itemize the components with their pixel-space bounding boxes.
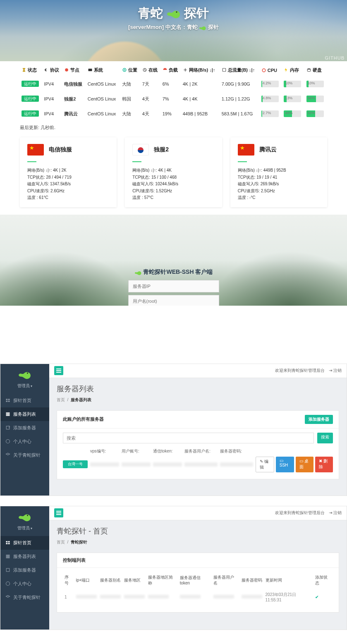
blurred-value (124, 595, 145, 599)
card-cpu: CPU速度/S: 2.5GHz (238, 188, 320, 195)
disk-bar: 10% (306, 81, 324, 87)
hero-banner: 青蛇 探针 [serverMmon] 中文名：青蛇 探针 GITHUB (0, 0, 347, 61)
blurred-value (184, 462, 218, 467)
flag-icon (132, 144, 149, 156)
svg-rect-30 (6, 568, 10, 572)
toggle-sidebar-button[interactable] (54, 366, 63, 375)
card-title: 腾讯云 (259, 146, 277, 153)
nav-profile[interactable]: 个人中心 (0, 577, 49, 591)
svg-rect-27 (6, 555, 10, 555)
menu-icon (56, 511, 61, 515)
cpu-bar: 4.8% (261, 96, 279, 102)
ssh-button[interactable]: ▭ SSH (276, 457, 294, 472)
sidebar-user-menu[interactable]: 管理员 (0, 525, 49, 536)
desktop-button[interactable]: ▭ 桌面 (296, 457, 314, 472)
status-badge: 运行中 (22, 96, 39, 102)
page-title: 服务器列表 (57, 384, 339, 394)
blurred-value (153, 462, 182, 467)
sidebar: 管理员 探针首页 服务器列表 添加服务器 个人中心 关于青蛇探针 (0, 506, 49, 630)
svg-point-9 (27, 372, 28, 373)
blurred-value (90, 462, 119, 467)
svg-rect-15 (6, 414, 10, 414)
controllers-table: 序号 ip+端口 服务器别名 服务地区 服务器地区简称 服务器通信token 服… (63, 572, 333, 606)
snake-icon (199, 25, 206, 31)
svg-rect-6 (223, 68, 226, 72)
nav-servers[interactable]: 服务器列表 (0, 550, 49, 563)
blurred-value (213, 595, 234, 599)
delete-button[interactable]: ✖ 删除 (315, 457, 333, 472)
sidebar-logo (0, 506, 49, 525)
servers-table: 状态 协议 节点 系统 位置 在线 负载 网络(B/s) ↓|↑ 总流量(B) … (20, 64, 327, 121)
svg-rect-10 (6, 399, 8, 400)
card-cpu: CPU速度/S: 2.6GHz (27, 188, 109, 195)
blurred-value (148, 595, 169, 599)
last-update-text: 最后更新: 几秒前. (0, 121, 347, 137)
svg-point-7 (262, 69, 266, 72)
card-temp: 温度 : 61°C (27, 194, 109, 201)
svg-point-18 (6, 440, 10, 443)
svg-rect-26 (8, 543, 10, 544)
welcome-text: 欢迎来到青蛇探针管理后台 (275, 510, 325, 516)
card-disk: 磁盘写入/S: 269.9kB/s (238, 181, 320, 188)
blurred-value (76, 595, 97, 599)
topbar: 欢迎来到青蛇探针管理后台 ⇥ 注销 (49, 364, 347, 378)
edit-button[interactable]: ✎ 编辑 (256, 457, 274, 472)
topbar: 欢迎来到青蛇探针管理后台 ⇥ 注销 (49, 506, 347, 520)
svg-rect-16 (6, 415, 10, 416)
ssh-ip-input[interactable] (128, 280, 219, 292)
svg-rect-28 (6, 556, 10, 557)
toggle-sidebar-button[interactable] (54, 508, 63, 517)
server-card[interactable]: 腾讯云网络(B/s) ↓|↑: 449B | 952BTCP状态: 19 / 1… (230, 137, 327, 207)
blurred-value (220, 462, 253, 467)
nav-add-server[interactable]: 添加服务器 (0, 421, 49, 435)
server-card[interactable]: 电信独服网络(B/s) ↓|↑: 4K | 2KTCP状态: 28 / 494 … (20, 137, 117, 207)
updated-cell: 2023年03月21日 11:55:31 (264, 589, 314, 606)
sidebar-logo (0, 364, 49, 383)
sidebar-user-menu[interactable]: 管理员 (0, 383, 49, 394)
svg-rect-2 (88, 69, 92, 71)
logout-link[interactable]: ⇥ 注销 (329, 368, 342, 373)
server-card[interactable]: 独服2网络(B/s) ↓|↑: 4K | 4KTCP状态: 15 / 100 /… (125, 137, 222, 207)
breadcrumb: 首页 / 服务器列表 (57, 397, 339, 403)
table-row[interactable]: 运行中IPV4电信独服CentOS Linux大陆7天6%4K | 2K7.00… (20, 77, 327, 91)
github-link[interactable]: GITHUB (325, 55, 345, 60)
svg-point-8 (307, 68, 311, 69)
search-button[interactable]: 搜索 (317, 433, 333, 443)
disk-bar: 52% (306, 110, 324, 117)
card-tcp: TCP状态: 19 / 19 / 41 (238, 174, 320, 181)
svg-rect-25 (6, 543, 8, 544)
card-cpu: CPU速度/S: 1.52GHz (132, 188, 214, 195)
status-badge: 运行中 (22, 81, 39, 87)
app-title: 青蛇 探针 (0, 0, 347, 22)
flag-icon (27, 144, 44, 156)
card-net: 网络(B/s) ↓|↑: 449B | 952B (238, 167, 320, 174)
nav-about[interactable]: 关于青蛇探针 (0, 591, 49, 604)
nav-home[interactable]: 探针首页 (0, 536, 49, 550)
page-title: 青蛇探针 - 首页 (57, 526, 339, 536)
add-server-button[interactable]: 添加服务器 (305, 415, 333, 424)
table-row: 1 2023年03月21日 11:55:31 ✔ (63, 589, 333, 606)
nav-home[interactable]: 探针首页 (0, 394, 49, 407)
nav-profile[interactable]: 个人中心 (0, 435, 49, 448)
logout-link[interactable]: ⇥ 注销 (329, 510, 342, 516)
svg-rect-29 (6, 557, 10, 558)
status-badge: 运行中 (22, 110, 39, 117)
server-list-header: vps编号: 用户账号: 通信token: 服务器用户名: 服务器密码: (63, 448, 333, 454)
cpu-bar: 2.7% (261, 110, 279, 117)
svg-rect-20 (56, 370, 61, 371)
card-net: 网络(B/s) ↓|↑: 4K | 4K (132, 167, 214, 174)
panel-title: 此账户的所有服务器 (63, 416, 104, 422)
svg-point-22 (27, 515, 28, 516)
menu-icon (56, 369, 61, 373)
snake-icon (134, 270, 142, 275)
nav-servers[interactable]: 服务器列表 (0, 407, 49, 421)
table-row[interactable]: 运行中IPV4腾讯云CentOS Linux大陆4天19%449B | 952B… (20, 106, 327, 121)
search-input[interactable] (63, 433, 314, 443)
snake-icon (18, 511, 32, 522)
nav-about[interactable]: 关于青蛇探针 (0, 448, 49, 462)
ssh-user-input[interactable] (128, 295, 219, 306)
card-disk: 磁盘写入/S: 1347.5kB/s (27, 181, 109, 188)
nav-add-server[interactable]: 添加服务器 (0, 563, 49, 577)
table-row[interactable]: 运行中IPV4独服2CentOS Linux韩国4天7%4K | 4K1.12G… (20, 91, 327, 106)
card-temp: 温度 : 57°C (132, 194, 214, 201)
